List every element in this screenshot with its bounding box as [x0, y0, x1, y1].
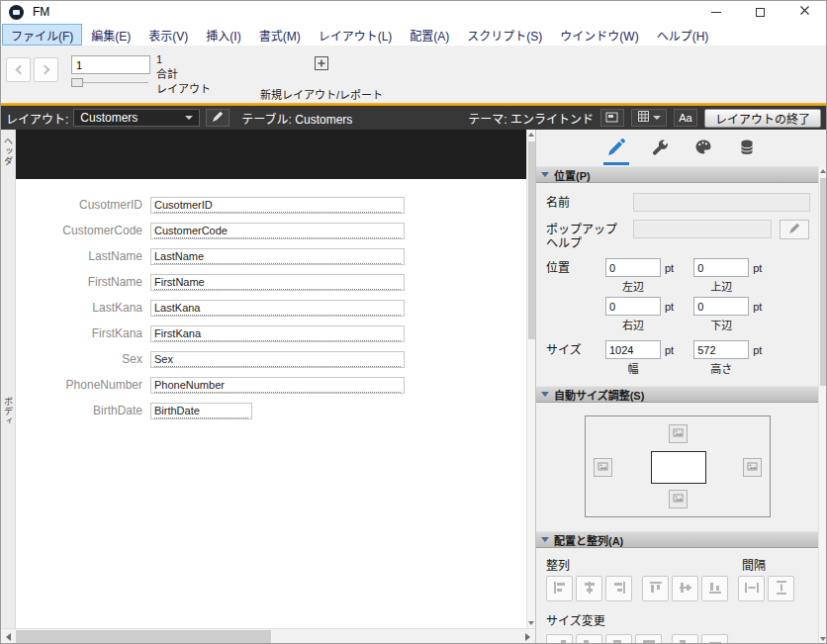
menu-item-layout[interactable]: レイアウト(L)	[310, 24, 402, 46]
position-right-input[interactable]	[605, 297, 661, 316]
scroll-left-button[interactable]	[0, 629, 16, 644]
align-right-button[interactable]	[605, 576, 632, 601]
align-bottom-button[interactable]	[701, 576, 728, 601]
resize-both-button[interactable]	[672, 634, 698, 644]
align-left-button[interactable]	[546, 576, 573, 601]
size-height-input[interactable]	[693, 340, 749, 359]
scroll-up-icon[interactable]	[528, 133, 534, 137]
layout-number-input[interactable]	[71, 55, 150, 74]
anchor-left-toggle[interactable]	[594, 458, 612, 477]
title-bar: FM	[0, 0, 827, 24]
field-label[interactable]: FirstKana	[16, 326, 142, 340]
anchor-bottom-toggle[interactable]	[669, 490, 688, 508]
anchor-right-toggle[interactable]	[743, 458, 762, 477]
change-theme-button[interactable]	[600, 109, 624, 127]
menu-item-window[interactable]: ウインドウ(W)	[551, 24, 647, 46]
menu-item-arrange[interactable]: 配置(A)	[401, 24, 458, 46]
scrollbar-thumb[interactable]	[820, 178, 827, 386]
size-width-input[interactable]	[605, 340, 661, 359]
tooltip-input[interactable]	[633, 220, 772, 238]
tab-data[interactable]	[734, 135, 760, 165]
field-label[interactable]: LastKana	[16, 301, 142, 315]
layout-selector-dropdown[interactable]: Customers	[73, 109, 200, 127]
scrollbar-thumb[interactable]	[16, 630, 271, 643]
field-object[interactable]: LastName	[150, 248, 405, 265]
scroll-down-icon[interactable]	[528, 621, 534, 625]
tab-appearance-tools[interactable]	[647, 135, 673, 165]
part-label-header[interactable]: ヘッダ	[2, 137, 15, 166]
field-label[interactable]: FirstName	[16, 275, 142, 289]
field-object[interactable]: LastKana	[150, 300, 405, 317]
inspector-scrollbar[interactable]	[818, 166, 827, 644]
tab-position[interactable]	[603, 135, 629, 165]
field-object[interactable]: CusotmerID	[150, 197, 405, 214]
section-header-autosize[interactable]: 自動サイズ調整(S)	[536, 386, 818, 403]
edit-tooltip-button[interactable]	[780, 220, 809, 239]
slider-thumb[interactable]	[71, 78, 83, 87]
distribute-horizontal-button[interactable]	[738, 576, 765, 601]
screen-size-dropdown[interactable]	[631, 109, 667, 127]
field-object[interactable]: FirstKana	[150, 325, 405, 342]
formatting-bar-button[interactable]: Aa	[674, 109, 697, 127]
scrollbar-track[interactable]	[16, 629, 519, 644]
scroll-up-icon[interactable]	[820, 169, 826, 173]
menu-item-insert[interactable]: 挿入(I)	[197, 24, 249, 46]
field-object[interactable]: CustomerCode	[150, 223, 405, 239]
tab-appearance[interactable]	[690, 135, 716, 165]
align-right-icon	[611, 580, 627, 598]
field-object[interactable]: BirthDate	[150, 403, 252, 419]
scrollbar-thumb[interactable]	[528, 141, 535, 339]
menu-item-help[interactable]: ヘルプ(H)	[648, 24, 718, 46]
position-label: 位置	[546, 258, 605, 275]
section-header-position[interactable]: 位置(P)	[536, 166, 818, 183]
field-label[interactable]: LastName	[16, 249, 142, 263]
resize-smallest-width-button[interactable]	[546, 634, 573, 644]
part-label-body[interactable]: ボディ	[2, 397, 15, 426]
object-name-input[interactable]	[633, 193, 810, 212]
field-label[interactable]: BirthDate	[16, 404, 142, 417]
position-bottom-input[interactable]	[693, 297, 749, 316]
canvas-vertical-scrollbar[interactable]	[526, 130, 535, 628]
align-center-button[interactable]	[576, 576, 602, 601]
field-label[interactable]: PhoneNumber	[16, 378, 142, 392]
anchor-top-toggle[interactable]	[669, 424, 688, 443]
next-layout-button[interactable]	[34, 57, 58, 82]
canvas-horizontal-scrollbar[interactable]	[0, 628, 535, 644]
field-label[interactable]: Sex	[16, 352, 142, 366]
field-label[interactable]: CusotmerID	[16, 198, 142, 212]
new-layout-button[interactable]: 新規レイアウト/レポート	[249, 54, 394, 102]
menu-item-view[interactable]: 表示(V)	[139, 24, 197, 46]
position-left-input[interactable]	[605, 258, 661, 277]
anchor-icon	[673, 493, 684, 506]
resize-largest-width-button[interactable]	[576, 634, 602, 644]
section-header-arrange[interactable]: 配置と整列(A)	[536, 531, 818, 548]
field-label[interactable]: CustomerCode	[16, 224, 142, 237]
edit-layout-button[interactable]	[206, 109, 230, 127]
align-top-button[interactable]	[642, 576, 669, 601]
resize-match-button[interactable]	[701, 634, 728, 644]
scroll-down-icon[interactable]	[820, 637, 826, 641]
menu-item-format[interactable]: 書式(M)	[250, 24, 310, 46]
layout-slider[interactable]	[71, 78, 148, 87]
minimize-button[interactable]	[693, 0, 738, 24]
field-object[interactable]: FirstName	[150, 274, 405, 291]
menu-item-scripts[interactable]: スクリプト(S)	[458, 24, 551, 46]
resize-largest-height-button[interactable]	[635, 634, 662, 644]
distribute-vertical-button[interactable]	[768, 576, 794, 601]
field-row: PhoneNumber PhoneNumber	[16, 372, 526, 398]
field-object[interactable]: Sex	[150, 351, 405, 368]
size-width-caption: 幅	[605, 360, 661, 376]
align-middle-button[interactable]	[672, 576, 698, 601]
resize-smallest-height-button[interactable]	[605, 634, 632, 644]
position-top-input[interactable]	[693, 258, 749, 277]
previous-layout-button[interactable]	[6, 57, 31, 82]
menu-item-file[interactable]: ファイル(F)	[2, 24, 82, 46]
scroll-right-button[interactable]	[519, 629, 535, 644]
header-part-area[interactable]	[16, 130, 526, 179]
field-object[interactable]: PhoneNumber	[150, 377, 405, 394]
menu-item-edit[interactable]: 編集(E)	[82, 24, 139, 46]
canvas-view[interactable]: CusotmerID CusotmerID CustomerCode Custo…	[16, 130, 526, 628]
close-button[interactable]	[782, 0, 827, 24]
maximize-button[interactable]	[738, 0, 782, 24]
exit-layout-button[interactable]: レイアウトの終了	[704, 109, 821, 128]
